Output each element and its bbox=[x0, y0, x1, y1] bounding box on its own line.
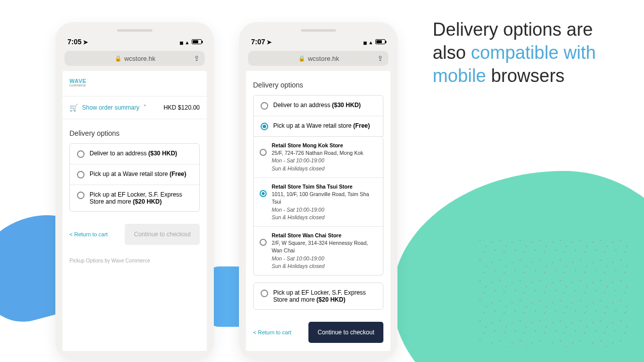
return-to-cart-link[interactable]: < Return to cart bbox=[69, 231, 108, 237]
delivery-options-card-bottom: Pick up at EF Locker, S.F. Express Store… bbox=[253, 283, 383, 310]
lock-icon: 🔒 bbox=[115, 55, 122, 62]
radio-icon bbox=[261, 102, 268, 110]
browser-address-bar[interactable]: 🔒wcstore.hk ⇪ bbox=[248, 51, 388, 66]
option-deliver-address[interactable]: Deliver to an address ($30 HKD) bbox=[254, 96, 383, 116]
radio-icon bbox=[261, 290, 268, 297]
url-text: wcstore.hk bbox=[124, 55, 155, 62]
summary-total: HKD $120.00 bbox=[164, 104, 200, 111]
store-option-wanchai[interactable]: Retail Store Wan Chai Store 2/F, W Squar… bbox=[254, 226, 383, 275]
radio-icon bbox=[77, 171, 85, 178]
status-bar: 7:05➤ bbox=[60, 36, 209, 49]
radio-icon-selected bbox=[260, 190, 267, 197]
radio-icon bbox=[260, 239, 267, 246]
url-text: wcstore.hk bbox=[308, 55, 339, 62]
signal-icon bbox=[363, 38, 366, 46]
delivery-section-title: Delivery options bbox=[246, 71, 390, 95]
order-summary-toggle[interactable]: 🛒 Show order summary ˅ HKD $120.00 bbox=[62, 96, 207, 119]
location-icon: ➤ bbox=[83, 39, 88, 46]
decor-confetti bbox=[478, 236, 629, 347]
option-pickup-store[interactable]: Pick up at a Wave retail store (Free) bbox=[70, 164, 199, 185]
status-time: 7:05 bbox=[67, 38, 82, 46]
battery-icon bbox=[192, 39, 202, 44]
checkout-page-expanded: Delivery options Deliver to an address (… bbox=[246, 71, 390, 351]
radio-icon bbox=[77, 192, 85, 199]
radio-icon-selected bbox=[261, 123, 268, 130]
store-option-mongkok[interactable]: Retail Store Mong Kok Store 25/F, 724-72… bbox=[254, 137, 383, 177]
store-logo: WAVE commerce bbox=[62, 71, 207, 96]
option-ef-locker[interactable]: Pick up at EF Locker, S.F. Express Store… bbox=[70, 185, 199, 211]
share-icon[interactable]: ⇪ bbox=[194, 54, 200, 62]
option-pickup-store[interactable]: Pick up at a Wave retail store (Free) bbox=[254, 116, 383, 136]
phone-speaker bbox=[301, 29, 336, 32]
continue-checkout-button[interactable]: Continue to checkout bbox=[125, 224, 200, 245]
phone-mock-left: 7:05➤ 🔒wcstore.hk ⇪ WAVE commerce 🛒 Show… bbox=[55, 22, 214, 360]
store-option-tst[interactable]: Retail Store Tsim Sha Tsui Store 1011, 1… bbox=[254, 177, 383, 226]
browser-address-bar[interactable]: 🔒wcstore.hk ⇪ bbox=[64, 51, 205, 66]
summary-label: Show order summary bbox=[82, 104, 139, 111]
wifi-icon bbox=[185, 38, 190, 46]
status-time: 7:07 bbox=[251, 38, 265, 46]
delivery-options-card: Deliver to an address ($30 HKD) Pick up … bbox=[69, 143, 200, 212]
wifi-icon bbox=[368, 38, 373, 46]
store-sublist: Retail Store Mong Kok Store 25/F, 724-72… bbox=[253, 137, 383, 276]
cart-icon: 🛒 bbox=[69, 104, 78, 112]
location-icon: ➤ bbox=[267, 39, 272, 46]
share-icon[interactable]: ⇪ bbox=[377, 54, 383, 62]
lock-icon: 🔒 bbox=[298, 55, 305, 62]
delivery-section-title: Delivery options bbox=[62, 119, 207, 143]
phone-speaker bbox=[117, 29, 152, 32]
footer-note: Pickup Options by Wave Commerce bbox=[62, 253, 207, 270]
signal-icon bbox=[180, 38, 183, 46]
battery-icon bbox=[375, 39, 385, 44]
option-ef-locker[interactable]: Pick up at EF Locker, S.F. Express Store… bbox=[254, 283, 383, 309]
option-deliver-address[interactable]: Deliver to an address ($30 HKD) bbox=[70, 144, 199, 164]
marketing-headline: Delivery options are also compatible wit… bbox=[433, 18, 624, 87]
continue-checkout-button[interactable]: Continue to checkout bbox=[308, 322, 383, 343]
return-to-cart-link[interactable]: < Return to cart bbox=[253, 329, 291, 335]
delivery-options-card: Deliver to an address ($30 HKD) Pick up … bbox=[253, 95, 383, 137]
checkout-page: WAVE commerce 🛒 Show order summary ˅ HKD… bbox=[62, 71, 207, 351]
radio-icon bbox=[77, 150, 85, 158]
status-bar: 7:07➤ bbox=[244, 36, 392, 49]
radio-icon bbox=[260, 149, 267, 156]
chevron-down-icon: ˅ bbox=[143, 104, 146, 111]
phone-mock-right: 7:07➤ 🔒wcstore.hk ⇪ Delivery options Del… bbox=[239, 22, 397, 360]
